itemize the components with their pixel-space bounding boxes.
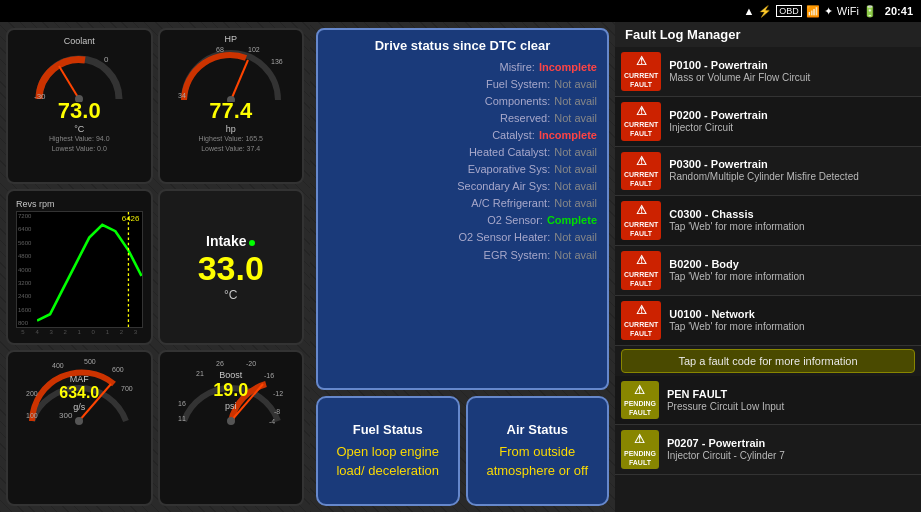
fault-text: B0200 - Body Tap 'Web' for more informat… xyxy=(669,258,915,283)
maf-gauge[interactable]: 200 100 400 500 600 700 300 MAF 634.0 g/… xyxy=(6,350,153,506)
svg-text:-30: -30 xyxy=(34,92,46,101)
dtc-label: Heated Catalyst: xyxy=(469,144,550,161)
pending-warning-icon: ⚠ xyxy=(624,432,656,448)
fault-text: C0300 - Chassis Tap 'Web' for more infor… xyxy=(669,208,915,233)
fault-desc: Mass or Volume Air Flow Circuit xyxy=(669,71,915,84)
coolant-gauge[interactable]: Coolant -30 0 73.0 °C Highest Value: 94.… xyxy=(6,28,153,184)
fuel-status-title: Fuel Status xyxy=(353,422,423,437)
dtc-value: Complete xyxy=(547,212,597,229)
coolant-value: 73.0 xyxy=(58,98,101,124)
intake-gauge[interactable]: Intake 33.0 °C xyxy=(158,189,305,345)
obd-icon: OBD xyxy=(776,5,802,17)
pending-warning-icon: ⚠ xyxy=(624,383,656,399)
dtc-label: A/C Refrigerant: xyxy=(471,195,550,212)
fault-warning-icon: ⚠ xyxy=(624,203,658,219)
dtc-title: Drive status since DTC clear xyxy=(328,38,597,53)
revs-value: 6426 xyxy=(122,214,140,223)
dtc-row: Evaporative Sys:Not avail xyxy=(328,161,597,178)
fault-badge: ⚠ CURRENTFAULT xyxy=(621,201,661,240)
dtc-value: Not avail xyxy=(554,144,597,161)
air-status-button[interactable]: Air Status From outside atmosphere or of… xyxy=(466,396,610,506)
pending-fault-badge: ⚠ PENDINGFAULT xyxy=(621,430,659,469)
boost-gauge[interactable]: 16 11 21 26 -20 -16 -12 -8 -4 Boost 19.0… xyxy=(158,350,305,506)
fault-item[interactable]: ⚠ CURRENTFAULT C0300 - Chassis Tap 'Web'… xyxy=(615,196,921,246)
fault-item[interactable]: ⚠ CURRENTFAULT U0100 - Network Tap 'Web'… xyxy=(615,296,921,346)
dtc-row: Secondary Air Sys:Not avail xyxy=(328,178,597,195)
hp-gauge[interactable]: HP 34 68 102 136 77.4 hp Highest Value: … xyxy=(158,28,305,184)
fault-warning-icon: ⚠ xyxy=(624,303,658,319)
dtc-row: Reserved:Not avail xyxy=(328,110,597,127)
dtc-label: O2 Sensor Heater: xyxy=(458,229,550,246)
dtc-value: Incomplete xyxy=(539,127,597,144)
fault-item[interactable]: ⚠ CURRENTFAULT P0200 - Powertrain Inject… xyxy=(615,97,921,147)
svg-text:-16: -16 xyxy=(264,372,274,379)
svg-text:200: 200 xyxy=(26,390,38,397)
svg-text:700: 700 xyxy=(121,385,133,392)
air-status-title: Air Status xyxy=(507,422,568,437)
svg-text:11: 11 xyxy=(178,415,186,422)
fault-text: P0200 - Powertrain Injector Circuit xyxy=(669,109,915,134)
fault-badge: ⚠ CURRENTFAULT xyxy=(621,152,661,191)
fault-badge: ⚠ CURRENTFAULT xyxy=(621,52,661,91)
usb-icon: ⚡ xyxy=(758,5,772,18)
dtc-value: Not avail xyxy=(554,93,597,110)
revs-gauge[interactable]: Revs rpm 7200 6400 5600 4800 4000 3200 2… xyxy=(6,189,153,345)
dtc-value: Not avail xyxy=(554,161,597,178)
dtc-row: O2 Sensor Heater:Not avail xyxy=(328,229,597,246)
svg-point-18 xyxy=(75,417,83,425)
time-display: 20:41 xyxy=(885,5,913,17)
dtc-value: Not avail xyxy=(554,247,597,264)
dtc-label: Reserved: xyxy=(500,110,550,127)
svg-text:-20: -20 xyxy=(246,360,256,367)
maf-value: 634.0 xyxy=(59,384,99,402)
fault-text: P0100 - Powertrain Mass or Volume Air Fl… xyxy=(669,59,915,84)
pending-fault-text: P0207 - Powertrain Injector Circuit - Cy… xyxy=(667,437,915,462)
svg-point-30 xyxy=(227,417,235,425)
fault-badge: ⚠ CURRENTFAULT xyxy=(621,301,661,340)
dtc-row: Catalyst:Incomplete xyxy=(328,127,597,144)
dtc-label: Fuel System: xyxy=(486,76,550,93)
dtc-row: Fuel System:Not avail xyxy=(328,76,597,93)
fault-code: P0200 - Powertrain xyxy=(669,109,915,121)
svg-text:500: 500 xyxy=(84,358,96,365)
fault-desc: Tap 'Web' for more information xyxy=(669,220,915,233)
svg-text:26: 26 xyxy=(216,360,224,367)
right-panel: Fault Log Manager ⚠ CURRENTFAULT P0100 -… xyxy=(615,22,921,512)
dtc-row: Components:Not avail xyxy=(328,93,597,110)
intake-value: 33.0 xyxy=(198,249,264,288)
svg-text:-8: -8 xyxy=(274,408,280,415)
pending-fault-item[interactable]: ⚠ PENDINGFAULT P0207 - Powertrain Inject… xyxy=(615,425,921,475)
boost-unit: psi xyxy=(213,401,248,411)
dtc-value: Not avail xyxy=(554,110,597,127)
hp-value: 77.4 xyxy=(209,98,252,124)
dtc-value: Not avail xyxy=(554,229,597,246)
air-status-value: From outside atmosphere or off xyxy=(476,443,600,479)
fault-code: U0100 - Network xyxy=(669,308,915,320)
fault-item[interactable]: ⚠ CURRENTFAULT P0300 - Powertrain Random… xyxy=(615,147,921,197)
dtc-value: Not avail xyxy=(554,76,597,93)
antenna-icon: ▲ xyxy=(743,5,754,17)
fault-warning-icon: ⚠ xyxy=(624,253,658,269)
svg-text:400: 400 xyxy=(52,362,64,369)
signal-icon: 📶 xyxy=(806,5,820,18)
coolant-label: Coolant xyxy=(12,36,147,46)
revs-scale: 7200 6400 5600 4800 4000 3200 2400 1600 … xyxy=(17,212,32,327)
coolant-unit: °C xyxy=(74,124,84,134)
fault-code: P0300 - Powertrain xyxy=(669,158,915,170)
dtc-label: Misfire: xyxy=(499,59,534,76)
fault-desc: Random/Multiple Cylinder Misfire Detecte… xyxy=(669,170,915,183)
status-bar: ▲ ⚡ OBD 📶 ✦ WiFi 🔋 20:41 xyxy=(0,0,921,22)
svg-line-2 xyxy=(59,66,79,99)
hp-unit: hp xyxy=(226,124,236,134)
dtc-label: Evaporative Sys: xyxy=(468,161,551,178)
fuel-status-value: Open loop engine load/ deceleration xyxy=(326,443,450,479)
dtc-row: Misfire:Incomplete xyxy=(328,59,597,76)
boost-label: Boost xyxy=(213,370,248,380)
fault-item[interactable]: ⚠ CURRENTFAULT P0100 - Powertrain Mass o… xyxy=(615,47,921,97)
fault-code: B0200 - Body xyxy=(669,258,915,270)
pending-fault-item[interactable]: ⚠ PENDINGFAULT PEN FAULT Pressure Circui… xyxy=(615,376,921,426)
fuel-status-button[interactable]: Fuel Status Open loop engine load/ decel… xyxy=(316,396,460,506)
dtc-row: EGR System:Not avail xyxy=(328,247,597,264)
svg-text:34: 34 xyxy=(178,92,186,99)
fault-item[interactable]: ⚠ CURRENTFAULT B0200 - Body Tap 'Web' fo… xyxy=(615,246,921,296)
